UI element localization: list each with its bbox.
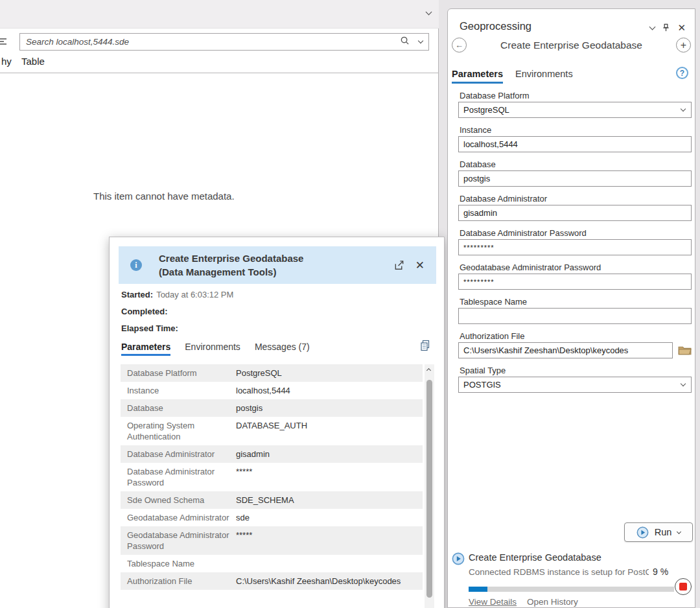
param-row: Databasepostgis: [121, 399, 423, 417]
field-label: Database: [460, 159, 692, 169]
back-button[interactable]: ←: [452, 38, 467, 53]
panel-title: Geoprocessing: [460, 20, 531, 32]
scrollbar[interactable]: [425, 364, 434, 608]
chevron-down-icon[interactable]: [426, 9, 432, 16]
tool-title: Create Enterprise Geodatabase: [474, 40, 669, 51]
catalog-topbar: [0, 0, 439, 29]
param-value: localhost,5444: [236, 385, 290, 396]
tab-messages[interactable]: Messages (7): [255, 342, 310, 356]
add-tool-button[interactable]: +: [676, 38, 691, 53]
elapsed-row: Elapsed Time:: [121, 323, 181, 333]
field-label: Database Administrator: [460, 194, 692, 204]
search-placeholder: Search localhost,5444.sde: [26, 37, 400, 47]
panel-tabs: Parameters Environments: [452, 69, 573, 84]
chevron-down-icon[interactable]: [649, 23, 656, 30]
param-row: Geodatabase Administrator Password*****: [121, 526, 423, 555]
search-input[interactable]: Search localhost,5444.sde: [19, 33, 429, 51]
database-administrator-input[interactable]: [458, 205, 692, 221]
param-row: Sde Owned SchemaSDE_SCHEMA: [121, 491, 423, 509]
stop-button[interactable]: [675, 578, 692, 595]
started-label: Started:: [121, 290, 153, 299]
param-value: *****: [236, 530, 252, 541]
completed-label: Completed:: [121, 307, 168, 316]
tab-environments[interactable]: Environments: [185, 342, 240, 356]
status-percent: 9 %: [653, 567, 668, 577]
param-row: Authorization FileC:\Users\Kashif Zeesha…: [121, 572, 423, 590]
share-icon[interactable]: [393, 260, 404, 271]
open-history-link[interactable]: Open History: [527, 597, 578, 607]
param-label: Database Platform: [127, 368, 236, 379]
chevron-down-icon: [681, 106, 686, 111]
progress-fill: [469, 587, 487, 592]
tablespace-name-input[interactable]: [458, 308, 692, 324]
param-row: Tablespace Name: [121, 555, 423, 572]
parameters-table: Database PlatformPostgreSQL Instanceloca…: [121, 364, 423, 590]
field-label: Spatial Type: [460, 366, 692, 375]
folder-browse-icon[interactable]: [678, 345, 692, 356]
param-value: C:\Users\Kashif Zeeshan\Desktop\keycodes: [236, 576, 401, 587]
pin-icon[interactable]: [662, 23, 670, 32]
instance-input[interactable]: [458, 136, 692, 152]
run-label: Run: [655, 527, 672, 537]
dialog-header: i Create Enterprise Geodatabase (Data Ma…: [119, 246, 436, 284]
database-input[interactable]: [458, 170, 692, 187]
plus-icon: +: [681, 40, 686, 51]
authorization-file-input[interactable]: [458, 342, 673, 358]
chevron-down-icon: [681, 381, 686, 386]
geodatabase-administrator-password-input[interactable]: [458, 274, 692, 290]
database-platform-select[interactable]: PostgreSQL: [458, 102, 692, 118]
close-icon[interactable]: ✕: [677, 23, 686, 32]
tool-progress-dialog: i Create Enterprise Geodatabase (Data Ma…: [109, 237, 445, 608]
run-button[interactable]: Run: [624, 522, 693, 542]
param-label: Instance: [127, 385, 236, 396]
stop-icon: [679, 583, 687, 590]
scrollbar-thumb[interactable]: [426, 380, 432, 598]
close-icon[interactable]: ✕: [415, 260, 425, 271]
list-icon[interactable]: [0, 36, 8, 47]
chevron-down-icon: [677, 529, 681, 533]
search-icon[interactable]: [400, 36, 410, 48]
help-button[interactable]: ?: [676, 67, 688, 79]
dialog-title-line1: Create Enterprise Geodatabase: [159, 251, 303, 265]
started-row: Started:Today at 6:03:12 PM: [121, 290, 233, 299]
tool-parameters-form: Database Platform PostgreSQL Instance Da…: [458, 91, 692, 400]
geoprocessing-panel: Geoprocessing ✕ ← Create Enterprise Geod…: [447, 8, 695, 608]
database-administrator-password-input[interactable]: [458, 239, 692, 255]
selected-value: POSTGIS: [463, 380, 501, 390]
param-row: Database Administratorgisadmin: [121, 445, 423, 463]
spatial-type-select[interactable]: POSTGIS: [458, 377, 692, 393]
tab-environments[interactable]: Environments: [515, 69, 573, 84]
app-window: Search localhost,5444.sde hy Table This …: [0, 0, 700, 608]
status-message: Connected RDBMS instance is setup for Po…: [469, 567, 649, 577]
field-label: Database Administrator Password: [460, 228, 692, 238]
field-label: Authorization File: [460, 331, 692, 341]
param-label: Database Administrator: [127, 449, 236, 460]
dialog-title: Create Enterprise Geodatabase (Data Mana…: [159, 251, 303, 279]
param-label: Geodatabase Administrator Password: [127, 530, 236, 552]
param-value: *****: [236, 466, 252, 477]
param-row: Operating System AuthenticationDATABASE_…: [121, 417, 423, 445]
field-label: Geodatabase Administrator Password: [460, 263, 692, 272]
tab-parameters[interactable]: Parameters: [452, 69, 503, 84]
view-details-link[interactable]: View Details: [469, 597, 517, 607]
param-value: PostgreSQL: [236, 368, 282, 379]
param-label: Tablespace Name: [127, 558, 236, 569]
tab-table[interactable]: Table: [21, 56, 45, 67]
param-label: Geodatabase Administrator: [127, 512, 236, 523]
info-icon: i: [130, 259, 142, 271]
field-label: Database Platform: [460, 91, 692, 100]
tab-parameters[interactable]: Parameters: [121, 342, 170, 356]
copy-icon[interactable]: [419, 340, 431, 354]
param-row: Database Administrator Password*****: [121, 463, 423, 491]
status-play-icon: [452, 552, 465, 565]
run-play-icon: [636, 526, 649, 539]
tab-geography-partial[interactable]: hy: [1, 56, 12, 67]
chevron-up-icon[interactable]: [426, 368, 431, 373]
param-label: Sde Owned Schema: [127, 495, 236, 506]
chevron-down-icon[interactable]: [418, 38, 423, 43]
param-label: Authorization File: [127, 576, 236, 587]
started-value: Today at 6:03:12 PM: [156, 290, 233, 299]
selected-value: PostgreSQL: [463, 105, 509, 115]
param-value: postgis: [236, 403, 262, 414]
param-row: Database PlatformPostgreSQL: [121, 364, 423, 382]
